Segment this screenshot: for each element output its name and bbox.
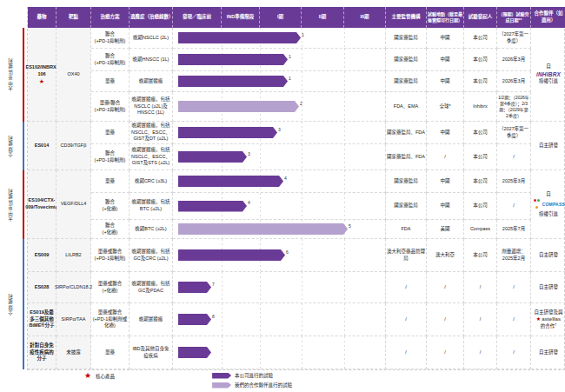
location-cell: 全球* (427, 92, 464, 122)
partner-es014: 自主研發 (531, 122, 565, 170)
core-product-star-icon: ★ (39, 78, 44, 84)
rights-label: 大中華區權利 (6, 28, 15, 122)
regimen-cell: 聯合 (+化療) (91, 193, 130, 220)
sponsor-cell: Compass (464, 220, 497, 239)
phase-bar-zone: 1 (173, 28, 386, 49)
footnote-number: 8 (212, 314, 215, 319)
col-header-phase2: II期 (302, 7, 344, 28)
indication-cell: 晚期BTC (≥2L) (130, 220, 173, 239)
partner-text: 授權引進 (539, 78, 558, 85)
indication-cell: 晚期實體瘤，包括GC及PDAC (130, 272, 173, 303)
milestone-cell: / (497, 336, 531, 369)
target-es102: OX40 (56, 28, 91, 122)
partner-autoimmune: 自主研發 (531, 336, 565, 369)
phase-bar-company (178, 176, 283, 187)
rights-label: 全球權利 (6, 122, 15, 170)
target-autoimmune: 未披露 (56, 336, 91, 369)
astellas-logo: astellas (542, 316, 561, 322)
footnote-number: 1 (302, 32, 304, 37)
phase-bar-zone: 3 (173, 122, 386, 144)
drug-name-es014: ES014 (28, 122, 56, 170)
milestone-cell: 2025年7月 (497, 220, 531, 239)
drug-name-es019: ES019及最多三個其他BiME®分子 (28, 303, 56, 336)
partner-text: 自 (546, 63, 551, 70)
phase-bar-zone: 2 (173, 92, 386, 122)
location-cell: / (427, 272, 464, 303)
milestone-cell: / (497, 272, 531, 303)
target-es014: CD39/TGFβ (56, 122, 91, 170)
phase-bar-company (178, 249, 285, 261)
location-cell: / (427, 144, 464, 170)
indication-cell: 晚期實體瘤，包括NSCLC、ESCC、GIST及DT (≥2L) (130, 122, 173, 144)
location-cell: 澳大利亞 (427, 239, 464, 272)
milestone-cell: 1/2期：（2026年第4季度）；2/3期：（2029年第2季度） (497, 92, 531, 122)
target-es104: VEGF/DLL4 (56, 170, 91, 239)
indication-cell: 晚期實體瘤 (130, 303, 173, 336)
legend-company-label: 本公司進行的試驗 (235, 372, 273, 379)
rights-rail-greater-china-2 (23, 170, 24, 239)
phase-bar-zone: 7 (173, 272, 386, 303)
inhibrx-logo: iNHIBRX (536, 70, 561, 78)
phase-bar-company (178, 347, 211, 358)
regimen-cell: 單藥 (91, 170, 130, 193)
drug-name-es009: ES009 (28, 239, 56, 272)
phase-bar-zone: 4 (173, 193, 386, 220)
col-header-sponsor: 試驗發起人 (464, 7, 497, 28)
sponsor-cell: 本公司 (464, 170, 497, 193)
regimen-cell: 單藥或聯合 (+化療) (91, 272, 130, 303)
regulator-cell: / (386, 272, 427, 303)
core-product-star-icon: ★ (84, 372, 91, 380)
legend: ★ 核心產品 本公司進行的試驗 我們的合作夥伴進行的試驗 (27, 372, 565, 389)
phase-bar-company (178, 32, 301, 43)
pipeline-table: 藥物 靶點 治療方案 適應症（治療線數） 發現／臨床前 IND準備階段 I期 I… (27, 7, 565, 370)
location-cell: 中國 (427, 49, 464, 71)
milestone-cell: 劑量遞增：2025年2月 (497, 239, 531, 272)
phase-bar-partner (178, 101, 299, 112)
col-header-indication: 適應症（治療線數） (130, 7, 173, 28)
location-cell: 中國 (427, 122, 464, 144)
regimen-cell: 單藥 (91, 122, 130, 144)
partner-text: 的合作⁷ (541, 323, 557, 330)
drug-label: ES102/INBRX-106 (26, 64, 58, 77)
phase-bar-company (178, 54, 288, 65)
pipeline-chart: 大中華區權利 全球權利 大中華區權利 全球權利 藥物 靶點 治療方案 適應症（治… (0, 0, 565, 392)
footnote-number: 4 (284, 176, 287, 181)
target-es009: LILRB2 (56, 239, 91, 272)
phase-bar-zone: 6 (173, 239, 386, 272)
milestone-cell: （2027年第一季度） (497, 122, 531, 144)
indication-cell: 晚期實體瘤，包括NSCLC、ESCC、GIST及STS (≥2L) (130, 144, 173, 170)
regulator-cell: 國家藥監局 (386, 170, 427, 193)
sponsor-cell: 本公司 (464, 28, 497, 49)
partner-es104: 自 COMPASS 授權引進 (531, 170, 565, 239)
col-header-regimen: 治療方案 (91, 7, 130, 28)
sponsor-cell: / (464, 303, 497, 336)
footnote-number: 4 (248, 200, 250, 205)
regimen-cell: 單藥或聯合 (+PD-1抑制劑) (91, 239, 130, 272)
regulator-cell: / (386, 303, 427, 336)
milestone-cell: （2027年第一季度） (497, 28, 531, 49)
indication-cell: 晚期實體瘤 (130, 71, 173, 92)
phase-bar-company (178, 314, 211, 325)
col-header-phase1: I期 (260, 7, 302, 28)
indication-cell: 晚期NSCLC (2L) (130, 28, 173, 49)
col-header-ind: IND準備階段 (222, 7, 260, 28)
regulator-cell: 國家藥監局 (386, 71, 427, 92)
footnote-number: 2 (300, 101, 302, 106)
rights-label: 全球權利 (6, 239, 15, 369)
phase-bar-company (178, 76, 288, 87)
partner-es028: 自主研發 (531, 272, 565, 303)
partner-text: 自主研發及與 (534, 309, 562, 316)
phase-bar-company (178, 282, 211, 293)
indication-cell: 晚期HNSCC (1L) (130, 49, 173, 71)
regulator-cell: FDA (386, 220, 427, 239)
regimen-cell: 聯合 (+化療) (91, 220, 130, 239)
phase-bar-zone: 8 (173, 303, 386, 336)
rights-rail-global-1 (23, 122, 24, 170)
partner-es102: 自 iNHIBRX 授權引進 (531, 28, 565, 122)
regimen-cell: 單藥/聯合 (+PD-1抑制劑) (91, 92, 130, 122)
phase-bar-zone: 4 (173, 170, 386, 193)
regimen-cell: 聯合 (+PD-1抑制劑) (91, 49, 130, 71)
regulator-cell: 國家藥監局、FDA (386, 122, 427, 144)
milestone-cell: / (497, 144, 531, 170)
drug-name-es028: ES028 (28, 272, 56, 303)
